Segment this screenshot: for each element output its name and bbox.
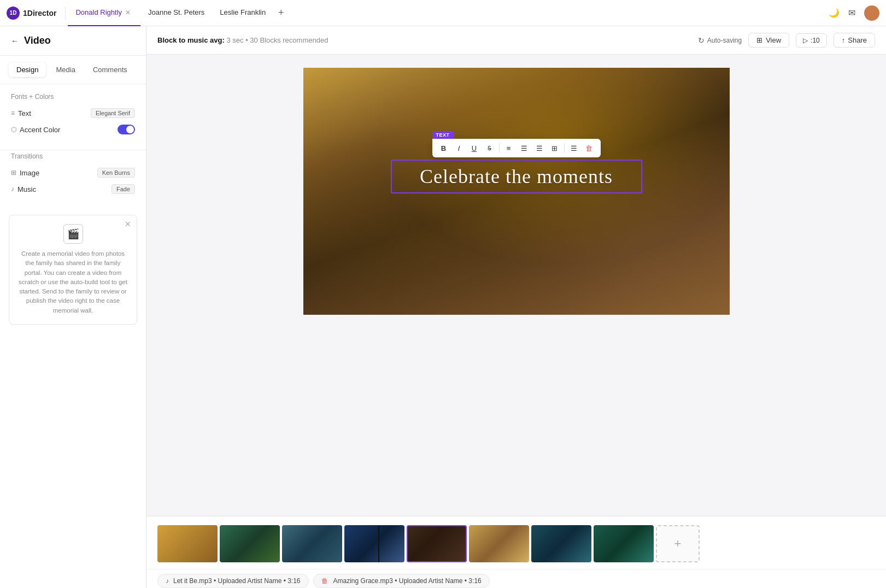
sidebar-tab-media[interactable]: Media [48, 62, 83, 77]
timeline-thumb-5[interactable] [407, 525, 467, 562]
tab-joanne-st-peters[interactable]: Joanne St. Peters [140, 0, 212, 26]
image-label: ⊞ Image [11, 169, 39, 177]
music-avg-value: 3 sec [226, 36, 243, 44]
top-navigation: 1D 1Director Donald Rightly ✕ Joanne St.… [0, 0, 886, 26]
app-name: 1Director [23, 9, 56, 17]
bold-button[interactable]: B [437, 141, 451, 155]
tooltip-close-button[interactable]: ✕ [125, 220, 131, 228]
music-track-2[interactable]: 🗑 Amazing Grace.mp3 • Uploaded Artist Na… [313, 574, 490, 588]
music-note-icon-1: ♪ [166, 577, 169, 585]
play-label: :10 [811, 37, 820, 44]
playhead [378, 525, 379, 562]
timeline-thumb-3[interactable] [282, 525, 342, 562]
more-options-button[interactable]: ☰ [567, 141, 581, 155]
italic-button[interactable]: I [452, 141, 466, 155]
delete-track-icon[interactable]: 🗑 [321, 577, 328, 585]
image-icon: ⊞ [11, 169, 16, 177]
music-setting-row: ♪ Music Fade [11, 184, 135, 194]
timeline-thumb-2[interactable] [220, 525, 280, 562]
timeline-strip: + [157, 525, 875, 562]
list-button[interactable]: ☰ [532, 141, 547, 155]
tab-close-icon[interactable]: ✕ [125, 9, 133, 16]
music-label: ♪ Music [11, 185, 36, 193]
text-icon: ≡ [11, 109, 15, 117]
tab-label: Joanne St. Peters [148, 8, 204, 16]
topnav-right: 🌙 ✉ [829, 5, 879, 21]
transitions-title: Transitions [11, 152, 135, 160]
blocks-recommended: 30 Blocks recommended [250, 36, 328, 44]
view-label: View [766, 36, 781, 44]
add-tab-button[interactable]: + [273, 5, 289, 21]
share-label: Share [848, 36, 867, 44]
divider-1 [499, 143, 500, 153]
music-icon: ♪ [11, 185, 14, 193]
timeline-thumb-6[interactable] [469, 525, 529, 562]
text-badge[interactable]: Elegant Serif [91, 108, 135, 118]
main-layout: ← Video Design Media Comments Fonts + Co… [0, 26, 886, 588]
accent-color-label: ⬡ Accent Color [11, 126, 60, 134]
transitions-section: Transitions ⊞ Image Ken Burns ♪ Music Fa… [0, 150, 146, 209]
text-overlay-wrapper[interactable]: Celebrate the moments [391, 160, 642, 193]
align-center-button[interactable]: ☰ [517, 141, 531, 155]
view-button[interactable]: ⊞ View [748, 33, 789, 48]
align-left-button[interactable]: ≡ [502, 141, 516, 155]
sidebar-tab-comments[interactable]: Comments [85, 62, 135, 77]
text-setting-row: ≡ Text Elegant Serif [11, 108, 135, 118]
user-avatar[interactable] [864, 5, 879, 21]
share-icon: ↑ [842, 36, 846, 44]
text-label: ≡ Text [11, 109, 31, 117]
music-avg-label: Block to music avg: [157, 36, 225, 44]
timeline-thumb-1[interactable] [157, 525, 218, 562]
fonts-colors-section: Fonts + Colors ≡ Text Elegant Serif ⬡ Ac… [0, 84, 146, 150]
sidebar-title: Video [24, 35, 51, 46]
play-icon: ▷ [803, 37, 808, 44]
accent-color-toggle[interactable] [118, 125, 135, 134]
text-toolbar-wrapper: TEXT B I U S̶ ≡ ☰ ☰ ⊞ ☰ 🗑 [432, 131, 601, 157]
timeline-thumb-4[interactable] [344, 525, 404, 562]
tab-leslie-franklin[interactable]: Leslie Franklin [212, 0, 273, 26]
sidebar-tooltip: ✕ 🎬 Create a memorial video from photos … [9, 215, 137, 325]
delete-text-button[interactable]: 🗑 [582, 141, 596, 155]
strikethrough-button[interactable]: S̶ [483, 141, 497, 155]
text-format-bar: B I U S̶ ≡ ☰ ☰ ⊞ ☰ 🗑 [432, 139, 601, 157]
sidebar-tabs: Design Media Comments [0, 56, 146, 84]
mail-button[interactable]: ✉ [848, 8, 855, 18]
tooltip-text: Create a memorial video from photos the … [18, 249, 128, 315]
tab-donald-rightly[interactable]: Donald Rightly ✕ [68, 0, 140, 26]
add-timeline-item-button[interactable]: + [656, 525, 700, 562]
play-button[interactable]: ▷ :10 [796, 33, 827, 48]
logo-icon: 1D [7, 7, 20, 20]
share-button[interactable]: ↑ Share [834, 33, 875, 48]
autosave-icon: ↻ [698, 36, 705, 45]
image-setting-row: ⊞ Image Ken Burns [11, 168, 135, 178]
music-bar: ♪ Let it Be.mp3 • Uploaded Artist Name •… [146, 569, 886, 588]
timeline-thumb-7[interactable] [531, 525, 591, 562]
toolbar-info: Block to music avg: 3 sec • 30 Blocks re… [157, 36, 691, 44]
music-badge[interactable]: Fade [112, 184, 135, 194]
accent-icon: ⬡ [11, 126, 16, 133]
tab-label: Leslie Franklin [220, 8, 266, 16]
tab-label: Donald Rightly [75, 8, 122, 16]
fonts-colors-title: Fonts + Colors [11, 93, 135, 101]
image-badge[interactable]: Ken Burns [97, 168, 135, 178]
dark-mode-button[interactable]: 🌙 [829, 8, 840, 18]
music-track-1-label: Let it Be.mp3 • Uploaded Artist Name • 3… [173, 577, 301, 585]
autosave-indicator: ↻ Auto-saving [698, 36, 742, 45]
timeline-thumb-8[interactable] [594, 525, 654, 562]
link-button[interactable]: ⊞ [548, 141, 562, 155]
timeline-area: + [146, 516, 886, 569]
underline-button[interactable]: U [467, 141, 482, 155]
text-type-badge: TEXT [432, 131, 454, 139]
music-track-2-label: Amazing Grace.mp3 • Uploaded Artist Name… [333, 577, 482, 585]
headline-text: Celebrate the moments [405, 165, 628, 188]
back-button[interactable]: ← [11, 37, 19, 45]
view-icon: ⊞ [756, 36, 762, 44]
music-track-1[interactable]: ♪ Let it Be.mp3 • Uploaded Artist Name •… [157, 574, 309, 588]
divider-2 [564, 143, 565, 153]
video-canvas[interactable]: TEXT B I U S̶ ≡ ☰ ☰ ⊞ ☰ 🗑 [303, 68, 730, 315]
app-logo: 1D 1Director [7, 7, 66, 20]
tooltip-icon: 🎬 [18, 224, 128, 244]
content-toolbar: Block to music avg: 3 sec • 30 Blocks re… [146, 26, 886, 55]
sidebar-tab-design[interactable]: Design [9, 62, 46, 77]
video-camera-icon: 🎬 [63, 224, 83, 244]
